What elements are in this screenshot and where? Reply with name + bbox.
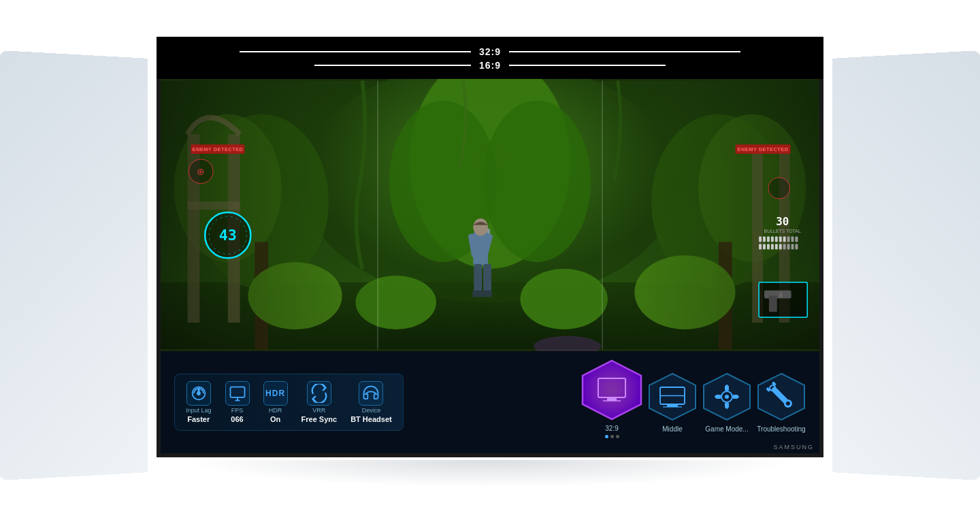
stats-section: Input Lag Faster FPS 066 [174, 374, 404, 431]
svg-rect-49 [771, 237, 774, 242]
stat-vrr[interactable]: VRR Free Sync [301, 381, 338, 423]
svg-rect-46 [759, 237, 762, 242]
svg-rect-68 [769, 296, 777, 312]
svg-rect-53 [787, 237, 790, 242]
svg-point-2 [301, 79, 678, 302]
hex-dot-1 [605, 435, 608, 438]
device-value: BT Headset [350, 415, 392, 423]
svg-point-15 [634, 255, 735, 329]
svg-point-12 [248, 262, 342, 329]
hex-btn-ratio[interactable]: 32:9 [581, 359, 642, 438]
glass-panel-left [0, 50, 148, 480]
hud-bar: Input Lag Faster FPS 066 [161, 351, 819, 453]
tv-reflection [184, 460, 796, 487]
ratio-329-line: 32:9 [157, 46, 823, 57]
ratio-169-line: 16:9 [157, 60, 823, 71]
svg-rect-73 [230, 387, 244, 397]
svg-rect-62 [783, 244, 786, 249]
svg-point-14 [520, 269, 607, 329]
svg-rect-0 [161, 80, 819, 349]
svg-rect-19 [752, 148, 763, 323]
stat-hdr[interactable]: HDR HDR On [263, 381, 288, 423]
vrr-value: Free Sync [301, 415, 338, 423]
svg-rect-55 [795, 237, 798, 242]
hex-dot-2 [610, 435, 614, 438]
hex-middle-label: Middle [662, 425, 682, 433]
hdr-label: HDR [269, 407, 282, 414]
input-lag-label: Input Lag [186, 407, 212, 414]
svg-rect-60 [775, 244, 778, 249]
stat-device[interactable]: Device BT Headset [350, 381, 392, 423]
jungle-scene-svg: 43 ENEMY DETECTED ⊕ ENEMY DETECTED 30 BU… [161, 79, 819, 351]
hex-gamemode-label: Game Mode... [705, 425, 748, 433]
svg-point-3 [194, 114, 329, 289]
svg-rect-56 [759, 244, 762, 249]
svg-rect-50 [775, 237, 778, 242]
stat-input-lag[interactable]: Input Lag Faster [186, 381, 212, 423]
svg-rect-8 [719, 242, 732, 350]
svg-rect-21 [161, 80, 378, 349]
svg-point-13 [355, 276, 436, 329]
svg-rect-20 [779, 148, 790, 323]
svg-text:43: 43 [219, 227, 237, 244]
samsung-logo: SAMSUNG [773, 444, 814, 451]
svg-rect-48 [767, 237, 770, 242]
ratio-329-line-left [240, 51, 471, 52]
svg-rect-29 [480, 233, 493, 257]
hex-btn-troubleshooting[interactable]: Troubleshooting [757, 372, 806, 433]
ratio-169-line-left [314, 65, 471, 66]
svg-point-5 [651, 114, 786, 289]
svg-marker-76 [583, 361, 641, 419]
speedometer-icon [186, 381, 211, 406]
svg-rect-41 [736, 144, 791, 154]
sync-icon [307, 381, 331, 406]
hex-btn-middle[interactable]: Middle [648, 372, 697, 433]
svg-rect-63 [787, 244, 790, 249]
svg-rect-26 [473, 232, 488, 265]
hdr-icon: HDR [263, 381, 288, 406]
game-scene: 43 ENEMY DETECTED ⊕ ENEMY DETECTED 30 BU… [161, 79, 819, 351]
hex-btn-gamemode[interactable]: Game Mode... [702, 372, 751, 433]
svg-rect-51 [779, 237, 782, 242]
svg-point-9 [409, 79, 570, 269]
display-icon [225, 381, 250, 406]
aspect-ratio-header: 32:9 16:9 [157, 37, 823, 79]
svg-rect-30 [474, 264, 482, 294]
svg-rect-67 [764, 291, 791, 299]
svg-text:BULLETS TOTAL: BULLETS TOTAL [764, 229, 801, 233]
device-label: Device [362, 407, 381, 414]
svg-rect-16 [188, 134, 200, 323]
svg-rect-18 [188, 201, 240, 210]
svg-rect-66 [759, 282, 807, 317]
hex-ratio-label: 32:9 [605, 425, 618, 432]
svg-rect-23 [602, 80, 819, 349]
svg-rect-25 [478, 229, 490, 246]
svg-rect-54 [791, 237, 794, 242]
hex-gamemode-svg [702, 372, 751, 421]
svg-text:30: 30 [776, 215, 789, 228]
hex-troubleshooting-label: Troubleshooting [757, 425, 805, 433]
character-silhouette [468, 218, 493, 297]
svg-point-36 [209, 216, 246, 254]
hex-troubleshooting-svg [757, 372, 806, 421]
svg-rect-58 [767, 244, 770, 249]
hex-buttons-section: 32:9 [417, 359, 806, 445]
svg-text:ENEMY DETECTED: ENEMY DETECTED [738, 146, 789, 152]
input-lag-value: Faster [187, 415, 210, 423]
svg-point-34 [205, 212, 250, 258]
hex-dot-3 [616, 435, 619, 438]
svg-point-4 [174, 114, 282, 262]
ratio-329-label: 32:9 [479, 46, 501, 57]
svg-point-27 [473, 218, 488, 236]
svg-point-39 [189, 159, 213, 184]
stat-fps[interactable]: FPS 066 [225, 381, 250, 423]
ratio-329-line-right [509, 51, 740, 52]
hex-ratio-dots [605, 435, 619, 438]
svg-rect-1 [161, 282, 819, 350]
glass-panel-right [832, 50, 980, 480]
headset-icon [359, 381, 383, 406]
svg-point-10 [389, 101, 497, 262]
fps-value: 066 [231, 415, 243, 423]
svg-rect-31 [483, 264, 491, 294]
svg-rect-32 [472, 291, 483, 297]
